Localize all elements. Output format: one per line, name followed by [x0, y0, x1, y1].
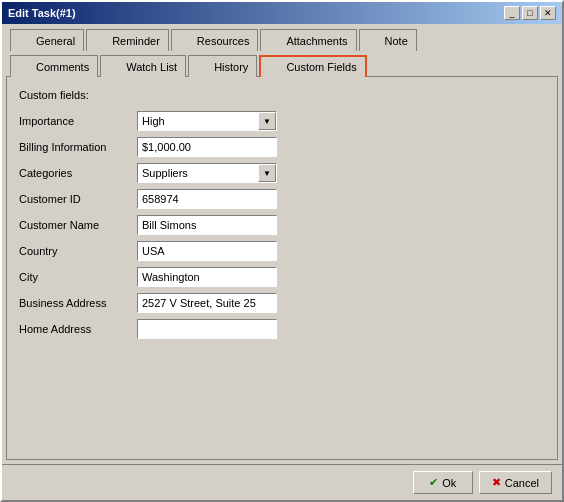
field-label-3: Customer ID: [19, 193, 129, 205]
tab-general[interactable]: General: [10, 29, 84, 51]
field-input-1[interactable]: [137, 137, 277, 157]
tab-watchlist-label: Watch List: [126, 61, 177, 73]
title-bar: Edit Task(#1) _ □ ✕: [2, 2, 562, 24]
field-select-wrapper-2: Suppliers▼: [137, 163, 277, 183]
resources-icon: [180, 34, 194, 48]
field-label-5: Country: [19, 245, 129, 257]
field-label-1: Billing Information: [19, 141, 129, 153]
field-select-0[interactable]: High: [137, 111, 277, 131]
fields-container: ImportanceHigh▼Billing InformationCatego…: [19, 111, 545, 339]
field-row-6: City: [19, 267, 545, 287]
field-row-8: Home Address: [19, 319, 545, 339]
title-bar-buttons: _ □ ✕: [504, 6, 556, 20]
tab-note[interactable]: Note: [359, 29, 417, 51]
ok-button[interactable]: ✔ Ok: [413, 471, 473, 494]
field-label-2: Categories: [19, 167, 129, 179]
tab-reminder[interactable]: Reminder: [86, 29, 169, 51]
ok-icon: ✔: [429, 476, 438, 489]
field-input-6[interactable]: [137, 267, 277, 287]
field-input-5[interactable]: [137, 241, 277, 261]
window-title: Edit Task(#1): [8, 7, 76, 19]
tab-comments[interactable]: Comments: [10, 55, 98, 77]
maximize-button[interactable]: □: [522, 6, 538, 20]
field-row-1: Billing Information: [19, 137, 545, 157]
tab-attachments-label: Attachments: [286, 35, 347, 47]
field-input-8[interactable]: [137, 319, 277, 339]
history-icon: [197, 60, 211, 74]
section-title: Custom fields:: [19, 89, 545, 101]
cancel-label: Cancel: [505, 477, 539, 489]
tab-attachments[interactable]: Attachments: [260, 29, 356, 51]
field-label-8: Home Address: [19, 323, 129, 335]
cancel-button[interactable]: ✖ Cancel: [479, 471, 552, 494]
cancel-icon: ✖: [492, 476, 501, 489]
field-row-2: CategoriesSuppliers▼: [19, 163, 545, 183]
tab-rows-container: GeneralReminderResourcesAttachmentsNote …: [2, 24, 562, 76]
tab-resources[interactable]: Resources: [171, 29, 259, 51]
tab-watchlist[interactable]: Watch List: [100, 55, 186, 77]
watchlist-icon: [109, 60, 123, 74]
tab-history[interactable]: History: [188, 55, 257, 77]
field-label-7: Business Address: [19, 297, 129, 309]
field-select-2[interactable]: Suppliers: [137, 163, 277, 183]
field-input-7[interactable]: [137, 293, 277, 313]
field-label-4: Customer Name: [19, 219, 129, 231]
tab-general-label: General: [36, 35, 75, 47]
reminder-icon: [95, 34, 109, 48]
content-area: Custom fields: ImportanceHigh▼Billing In…: [6, 76, 558, 460]
tab-row-2: CommentsWatch ListHistoryCustom Fields: [6, 50, 558, 76]
ok-label: Ok: [442, 477, 456, 489]
field-row-7: Business Address: [19, 293, 545, 313]
field-label-6: City: [19, 271, 129, 283]
field-input-3[interactable]: [137, 189, 277, 209]
attachments-icon: [269, 34, 283, 48]
tab-customfields[interactable]: Custom Fields: [259, 55, 366, 77]
tab-customfields-label: Custom Fields: [286, 61, 356, 73]
field-select-wrapper-0: High▼: [137, 111, 277, 131]
tab-resources-label: Resources: [197, 35, 250, 47]
field-row-4: Customer Name: [19, 215, 545, 235]
field-row-3: Customer ID: [19, 189, 545, 209]
customfields-icon: [269, 60, 283, 74]
tab-history-label: History: [214, 61, 248, 73]
footer: ✔ Ok ✖ Cancel: [2, 464, 562, 500]
note-icon: [368, 34, 382, 48]
general-icon: [19, 34, 33, 48]
field-input-4[interactable]: [137, 215, 277, 235]
close-button[interactable]: ✕: [540, 6, 556, 20]
main-window: Edit Task(#1) _ □ ✕ GeneralReminderResou…: [0, 0, 564, 502]
field-label-0: Importance: [19, 115, 129, 127]
field-row-5: Country: [19, 241, 545, 261]
comments-icon: [19, 60, 33, 74]
tab-note-label: Note: [385, 35, 408, 47]
field-row-0: ImportanceHigh▼: [19, 111, 545, 131]
minimize-button[interactable]: _: [504, 6, 520, 20]
tab-comments-label: Comments: [36, 61, 89, 73]
tab-row-1: GeneralReminderResourcesAttachmentsNote: [6, 24, 558, 50]
tab-reminder-label: Reminder: [112, 35, 160, 47]
